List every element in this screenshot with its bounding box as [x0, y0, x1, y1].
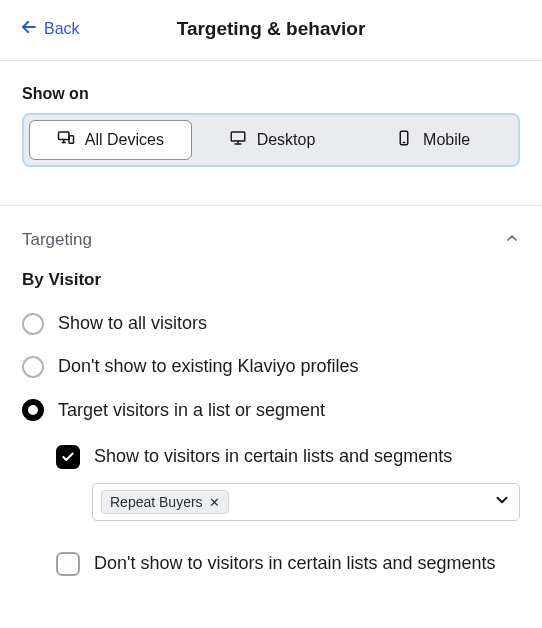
device-option-label: All Devices	[85, 131, 164, 149]
radio-label: Don't show to existing Klaviyo profiles	[58, 355, 359, 378]
back-button[interactable]: Back	[20, 18, 80, 40]
list-segment-nested: Show to visitors in certain lists and se…	[0, 432, 542, 588]
radio-icon	[22, 399, 44, 421]
radio-target-list-segment[interactable]: Target visitors in a list or segment	[22, 389, 520, 432]
device-segmented-control: All Devices Desktop Mobile	[22, 113, 520, 167]
visitor-radio-group: Show to all visitors Don't show to exist…	[0, 302, 542, 432]
svg-rect-1	[58, 132, 69, 140]
svg-rect-5	[231, 132, 245, 141]
device-option-all[interactable]: All Devices	[29, 120, 192, 160]
lists-segments-select[interactable]: Repeat Buyers ✕	[92, 483, 520, 521]
radio-label: Target visitors in a list or segment	[58, 399, 325, 422]
radio-label: Show to all visitors	[58, 312, 207, 335]
radio-icon	[22, 313, 44, 335]
checkbox-label: Don't show to visitors in certain lists …	[94, 551, 496, 575]
targeting-title: Targeting	[22, 230, 92, 250]
checkbox-label: Show to visitors in certain lists and se…	[94, 444, 452, 468]
show-on-label: Show on	[22, 85, 520, 103]
arrow-left-icon	[20, 18, 38, 40]
page-title: Targeting & behavior	[20, 18, 522, 40]
device-option-mobile[interactable]: Mobile	[352, 121, 513, 159]
device-option-desktop[interactable]: Desktop	[192, 121, 353, 159]
targeting-section-header[interactable]: Targeting	[0, 206, 542, 262]
svg-rect-4	[69, 136, 74, 144]
desktop-icon	[229, 129, 247, 151]
devices-icon	[57, 129, 75, 151]
page-header: Back Targeting & behavior	[0, 0, 542, 61]
checkbox-icon	[56, 552, 80, 576]
chevron-down-icon	[493, 491, 511, 513]
chevron-up-icon	[504, 230, 520, 250]
radio-icon	[22, 356, 44, 378]
checkbox-icon	[56, 445, 80, 469]
device-option-label: Desktop	[257, 131, 316, 149]
back-label: Back	[44, 20, 80, 38]
radio-no-existing-profiles[interactable]: Don't show to existing Klaviyo profiles	[22, 345, 520, 388]
by-visitor-heading: By Visitor	[0, 262, 542, 302]
chip-remove-icon[interactable]: ✕	[209, 495, 220, 510]
checkbox-dont-show-in-lists[interactable]: Don't show to visitors in certain lists …	[56, 551, 520, 588]
mobile-icon	[395, 129, 413, 151]
device-option-label: Mobile	[423, 131, 470, 149]
checkbox-show-in-lists[interactable]: Show to visitors in certain lists and se…	[56, 444, 520, 481]
show-on-section: Show on All Devices Desktop Mobile	[0, 61, 542, 177]
chip-label: Repeat Buyers	[110, 494, 203, 510]
selected-chip: Repeat Buyers ✕	[101, 490, 229, 514]
radio-all-visitors[interactable]: Show to all visitors	[22, 302, 520, 345]
